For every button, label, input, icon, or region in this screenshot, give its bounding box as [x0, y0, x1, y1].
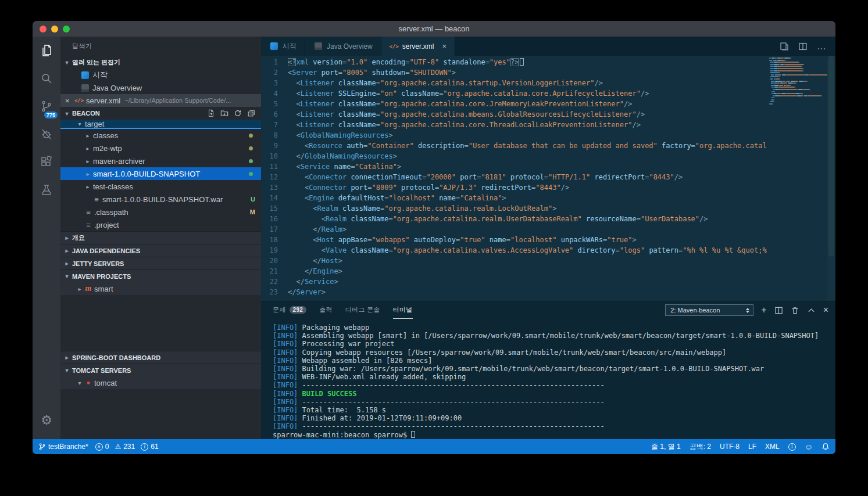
section-header-spring-boot-dashboard[interactable]: ▸SPRING-BOOT DASHBOARD [60, 351, 261, 364]
source-control-activity-icon[interactable]: 775 [33, 92, 60, 120]
feedback-smiley-icon[interactable]: ☺ [805, 442, 813, 451]
tree-item-test-classes[interactable]: ▸test-classes [60, 180, 261, 193]
section-header-jetty-servers[interactable]: ▸JETTY SERVERS [60, 257, 261, 269]
section-header-tomcat-servers[interactable]: ▾TOMCAT SERVERS [60, 364, 261, 376]
open-editors-header[interactable]: ▾ 열려 있는 편집기 [60, 56, 261, 69]
git-branch-indicator[interactable]: testBranche* [38, 443, 88, 451]
notifications-bell-icon[interactable] [821, 443, 830, 451]
tree-item-maven-smart[interactable]: ▸msmart [60, 282, 261, 295]
code-line[interactable]: 17 </Realm> [261, 224, 767, 235]
code-line[interactable]: 10 </GlobalNamingResources> [261, 151, 767, 161]
kill-terminal-icon[interactable] [791, 306, 799, 315]
open-editor-item-welcome[interactable]: 시작 [60, 69, 261, 81]
code-area[interactable]: 1<?xml version="1.0" encoding="UTF-8" st… [261, 57, 767, 301]
code-line[interactable]: 18 <Host appBase="webapps" autoDeploy="t… [261, 235, 767, 245]
code-line[interactable]: 20 </Host> [261, 256, 767, 266]
close-editor-icon[interactable]: × [65, 96, 70, 105]
test-beaker-activity-icon[interactable] [33, 176, 60, 204]
code-line[interactable]: 6 <Listener className="org.apache.catali… [261, 109, 767, 120]
problems-indicator[interactable]: × 0 ⚠ 231 i 61 [95, 443, 159, 451]
minimap[interactable] [769, 57, 827, 106]
more-actions-icon[interactable]: … [817, 41, 826, 52]
settings-gear-icon[interactable]: ⚙ [33, 407, 60, 434]
code-line[interactable]: 19 <Valve className="org.apache.catalina… [261, 245, 767, 256]
section-header-maven-projects[interactable]: ▾MAVEN PROJECTS [60, 269, 261, 282]
code-line[interactable]: 16 <Realm className="org.apache.catalina… [261, 214, 767, 224]
extensions-activity-icon[interactable] [33, 148, 60, 176]
tree-item-m2e-wtp[interactable]: ▸m2e-wtp [60, 142, 261, 154]
close-window-button[interactable] [40, 26, 47, 33]
search-activity-icon[interactable] [33, 64, 60, 92]
code-line[interactable]: 21 </Engine> [261, 266, 767, 276]
line-number: 2 [261, 67, 288, 78]
tree-item-project[interactable]: ≡.project [60, 218, 261, 231]
collapse-all-icon[interactable] [247, 109, 255, 117]
tree-item-target[interactable]: ▾target [60, 120, 261, 129]
open-editor-item-java-overview[interactable]: Java Overview [60, 81, 261, 94]
code-line[interactable]: 4 <Listener SSLEngine="on" className="or… [261, 88, 767, 99]
close-panel-icon[interactable]: × [823, 305, 828, 315]
titlebar[interactable]: server.xml — beacon [33, 21, 835, 37]
chevron-down-icon: ▾ [63, 367, 71, 373]
panel-tab-debug-console[interactable]: 디버그 콘솔 [345, 301, 380, 319]
code-line[interactable]: 15 <Realm className="org.apache.catalina… [261, 203, 767, 214]
editor[interactable]: 1<?xml version="1.0" encoding="UTF-8" st… [261, 56, 835, 301]
code-line[interactable]: 22 </Service> [261, 276, 767, 287]
info-circle-icon[interactable]: i [788, 443, 796, 451]
refresh-icon[interactable] [234, 109, 242, 117]
open-changes-icon[interactable] [780, 42, 789, 51]
code-line[interactable]: 14 <Engine defaultHost="localhost" name=… [261, 193, 767, 203]
code-line[interactable]: 13 <Connector port="8009" protocol="AJP/… [261, 182, 767, 193]
panel-tab-problems[interactable]: 문제292 [273, 301, 306, 319]
panel-tab-output[interactable]: 출력 [319, 301, 333, 319]
terminal-output[interactable]: [INFO] Packaging webapp[INFO] Assembling… [261, 319, 835, 439]
cursor-position[interactable]: 줄 1, 열 1 [651, 442, 681, 452]
encoding-indicator[interactable]: UTF-8 [720, 443, 740, 451]
code-line[interactable]: 5 <Listener className="org.apache.catali… [261, 99, 767, 109]
code-line[interactable]: 1<?xml version="1.0" encoding="UTF-8" st… [261, 57, 767, 67]
terminal-select[interactable]: 2: Maven-beacon [665, 304, 753, 316]
indentation-indicator[interactable]: 공백: 2 [690, 442, 711, 452]
zoom-window-button[interactable] [63, 26, 70, 33]
chevron-right-icon: ▸ [84, 184, 92, 190]
code-line[interactable]: 3 <Listener className="org.apache.catali… [261, 78, 767, 88]
minimap-line [769, 64, 827, 65]
tree-item-smart-war[interactable]: ≡smart-1.0.0-BUILD-SNAPSHOT.warU [60, 193, 261, 206]
language-mode[interactable]: XML [765, 443, 780, 451]
project-section-header[interactable]: ▾ BEACON [60, 107, 261, 120]
panel-tab-terminal[interactable]: 터미널 [393, 301, 413, 319]
editor-scrollbar[interactable] [827, 56, 835, 301]
debug-activity-icon[interactable] [33, 120, 60, 148]
split-terminal-icon[interactable] [774, 306, 783, 315]
split-editor-icon[interactable] [798, 42, 808, 51]
code-line[interactable]: 11 <Service name="Catalina"> [261, 161, 767, 172]
editor-tab-welcome[interactable]: 시작 [261, 37, 305, 56]
code-line[interactable]: 8 <GlobalNamingResources> [261, 130, 767, 141]
maximize-panel-icon[interactable] [807, 306, 816, 315]
tree-item-maven-archiver[interactable]: ▸maven-archiver [60, 154, 261, 167]
eol-indicator[interactable]: LF [748, 443, 756, 451]
minimap-line [769, 66, 827, 67]
git-status-badge: U [251, 196, 255, 203]
line-number: 16 [261, 214, 288, 224]
new-terminal-icon[interactable]: + [761, 305, 766, 315]
tree-item-classes[interactable]: ▸classes [60, 129, 261, 142]
close-tab-icon[interactable]: × [442, 42, 446, 51]
tree-item-tomcat[interactable]: ▾■tomcat [60, 376, 261, 389]
code-line[interactable]: 23</Server> [261, 287, 767, 297]
tree-item-smart-snapshot[interactable]: ▸smart-1.0.0-BUILD-SNAPSHOT [60, 167, 261, 180]
section-header-outline[interactable]: ▸개요 [60, 231, 261, 244]
code-line[interactable]: 12 <Connector connectionTimeout="20000" … [261, 172, 767, 182]
section-header-java-dependencies[interactable]: ▸JAVA DEPENDENCIES [60, 244, 261, 257]
new-folder-icon[interactable] [220, 109, 228, 117]
minimize-window-button[interactable] [51, 26, 58, 33]
tree-item-classpath[interactable]: ≡.classpathM [60, 206, 261, 218]
editor-tab-java-overview[interactable]: Java Overview [305, 37, 381, 56]
code-line[interactable]: 9 <Resource auth="Container" description… [261, 141, 767, 151]
open-editor-item-server-xml[interactable]: ×</>server.xml~/Library/Application Supp… [60, 94, 261, 107]
explorer-activity-icon[interactable] [33, 37, 60, 64]
new-file-icon[interactable] [207, 109, 215, 117]
editor-tab-server-xml[interactable]: </>server.xml× [381, 37, 455, 56]
code-line[interactable]: 7 <Listener className="org.apache.catali… [261, 120, 767, 130]
code-line[interactable]: 2<Server port="8005" shutdown="SHUTDOWN"… [261, 67, 767, 78]
